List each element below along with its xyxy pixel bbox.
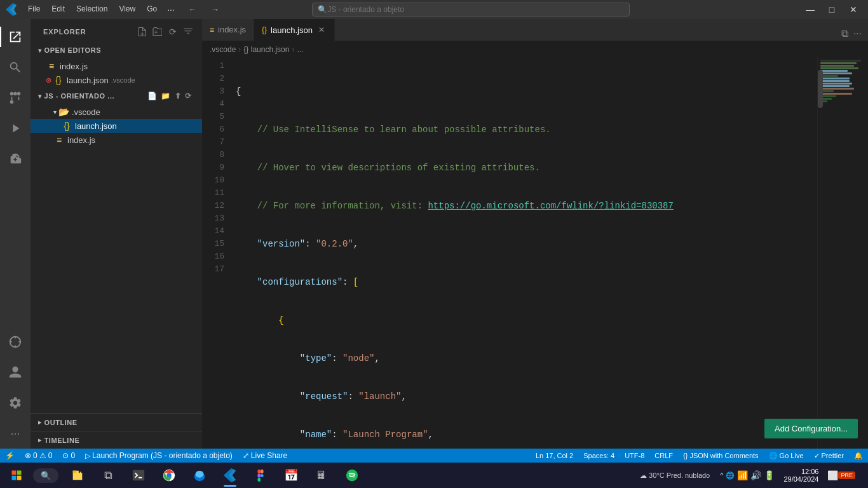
menu-edit[interactable]: Edit (46, 3, 70, 16)
titlebar-search-box[interactable]: 🔍 (312, 3, 630, 17)
code-editor[interactable]: 1 2 3 4 5 6 7 8 9 10 11 12 13 14 15 16 1 (202, 57, 868, 449)
breadcrumb-more[interactable]: ... (297, 45, 303, 54)
remote-icon: ⚡ (5, 451, 15, 460)
project-tree: ▾ 📂 .vscode {} launch.json ≡ index.js (31, 105, 202, 147)
menu-more[interactable]: ··· (163, 3, 179, 16)
minimap-scrollbar[interactable] (818, 70, 823, 108)
activity-explorer[interactable] (0, 22, 31, 52)
warning-icon: ⚠ (39, 451, 46, 460)
project-section: ▾ JS - ORIENTADO ... 📄 📁 ⬆ ⟳ ▾ 📂 .vscode… (31, 87, 202, 147)
nav-back[interactable]: ← (184, 4, 201, 15)
menu-selection[interactable]: Selection (71, 3, 112, 16)
menu-view[interactable]: View (114, 3, 140, 16)
menu-file[interactable]: File (23, 3, 45, 16)
taskbar-edge[interactable] (186, 463, 214, 488)
open-editor-launchjson[interactable]: ⊗ {} launch.json .vscode (31, 73, 202, 87)
new-folder-icon[interactable]: 📁 (159, 91, 172, 101)
prettier-status[interactable]: ✓ Prettier (809, 449, 849, 463)
add-configuration-button[interactable]: Add Configuration... (764, 419, 858, 438)
taskbar-weather[interactable]: ☁ 30°C Pred. nublado (635, 471, 715, 480)
language-indicator[interactable]: 🌐 (726, 471, 735, 480)
activity-search[interactable] (0, 52, 31, 83)
split-editor-button[interactable]: ⧉ (840, 27, 850, 41)
vscode-folder[interactable]: ▾ 📂 .vscode (31, 105, 202, 119)
project-actions: 📄 📁 ⬆ ⟳ (146, 91, 197, 101)
code-content[interactable]: { // Use IntelliSense to learn about pos… (231, 57, 817, 449)
taskbar-search-box[interactable]: 🔍 (33, 468, 58, 483)
taskbar-spotify[interactable] (338, 463, 366, 488)
line-ending-status[interactable]: CRLF (649, 449, 678, 463)
battery-icon[interactable]: 🔋 (764, 470, 775, 480)
refresh-button[interactable]: ⟳ (166, 25, 179, 38)
new-file-icon[interactable]: 📄 (146, 91, 159, 101)
nav-forward[interactable]: → (207, 4, 224, 15)
project-header[interactable]: ▾ JS - ORIENTADO ... 📄 📁 ⬆ ⟳ (31, 87, 202, 105)
outline-header[interactable]: ▸ OUTLINE (31, 413, 202, 431)
maximize-button[interactable]: □ (822, 3, 841, 16)
tab-close-button[interactable]: ✕ (316, 25, 327, 35)
live-share-status[interactable]: ⤢ Live Share (238, 449, 292, 463)
activity-source-control[interactable] (0, 83, 31, 113)
activity-settings[interactable] (0, 388, 31, 418)
open-editors-header[interactable]: ▾ OPEN EDITORS (31, 41, 202, 59)
go-live-icon: 🌐 (769, 452, 778, 460)
new-folder-button[interactable] (151, 25, 164, 38)
tab-launchjson[interactable]: {} launch.json ✕ (254, 19, 335, 41)
new-file-button[interactable] (136, 25, 149, 38)
more-actions-button[interactable]: ··· (852, 27, 863, 41)
activity-extensions[interactable] (0, 144, 31, 174)
errors-status[interactable]: ⊗ 0 ⚠ 0 (20, 449, 57, 463)
tray-expand[interactable]: ^ (720, 471, 723, 479)
tab-indexjs[interactable]: ≡ index.js (202, 19, 254, 41)
menu-go[interactable]: Go (142, 3, 162, 16)
notifications-status[interactable]: 🔔 (849, 449, 868, 463)
taskbar-figma[interactable] (247, 463, 275, 488)
svg-point-13 (261, 474, 264, 477)
taskbar-chrome[interactable] (155, 463, 183, 488)
taskbar-explorer[interactable] (64, 463, 92, 488)
activity-remote[interactable] (0, 327, 31, 357)
taskbar-calendar[interactable]: 📅 (277, 463, 305, 488)
code-line-1: { (236, 85, 817, 98)
language-mode-status[interactable]: {} JSON with Comments (678, 449, 764, 463)
start-button[interactable] (3, 463, 31, 488)
weather-text: 30°C Pred. nublado (649, 471, 710, 479)
remote-status[interactable]: ⚡ (0, 449, 20, 463)
search-input[interactable] (327, 5, 624, 14)
taskbar-terminal[interactable] (125, 463, 153, 488)
clock-date: 29/04/2024 (783, 475, 818, 483)
wifi-icon[interactable]: 📶 (737, 470, 748, 480)
titlebar-menu: File Edit Selection View Go ··· (23, 3, 179, 16)
folder-icon: 📂 (58, 107, 69, 117)
minimap (817, 57, 868, 449)
launch-json-file[interactable]: {} launch.json (31, 119, 202, 133)
volume-icon[interactable]: 🔊 (750, 470, 761, 480)
refresh-icon[interactable]: ⟳ (184, 91, 193, 101)
taskbar-calc[interactable]: 🖩 (308, 463, 336, 488)
go-live-status[interactable]: 🌐 Go Live (764, 449, 809, 463)
activity-accounts[interactable] (0, 357, 31, 388)
taskbar-vscode[interactable] (216, 463, 244, 488)
breadcrumb-vscode[interactable]: .vscode (210, 45, 236, 54)
cursor-position-status[interactable]: Ln 17, Col 2 (531, 449, 578, 463)
open-editor-indexjs[interactable]: ≡ index.js (31, 59, 202, 73)
timeline-header[interactable]: ▸ TIMELINE (31, 431, 202, 449)
tab-bar: ≡ index.js {} launch.json ✕ ⧉ ··· (202, 19, 868, 41)
taskbar-taskview[interactable]: ⧉ (94, 463, 122, 488)
index-js-file[interactable]: ≡ index.js (31, 133, 202, 147)
info-status[interactable]: ⊙ 0 (57, 449, 80, 463)
prettier-icon: ✓ (814, 452, 820, 460)
activity-run-debug[interactable] (0, 113, 31, 144)
sidebar: EXPLORER ⟳ ▾ OPEN EDITORS (31, 19, 202, 449)
encoding-status[interactable]: UTF-8 (620, 449, 649, 463)
warning-count: 0 (48, 451, 53, 460)
open-in-terminal-icon[interactable]: ⬆ (173, 91, 183, 101)
spaces-status[interactable]: Spaces: 4 (578, 449, 620, 463)
close-button[interactable]: ✕ (844, 3, 863, 16)
debug-config-status[interactable]: ▷ Launch Program (JS - orientado a objet… (80, 449, 238, 463)
collapse-all-button[interactable] (182, 25, 194, 38)
breadcrumb-launchjson[interactable]: {} launch.json (243, 45, 289, 54)
activity-more[interactable]: ··· (0, 418, 31, 449)
taskbar-clock[interactable]: 12:06 29/04/2024 (780, 468, 822, 483)
minimize-button[interactable]: — (801, 3, 820, 16)
